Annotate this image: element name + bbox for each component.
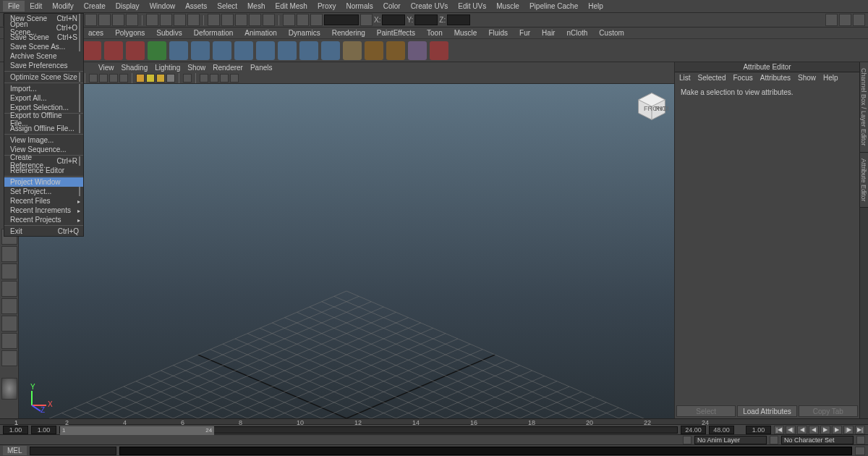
- shelf-tab-hair[interactable]: Hair: [536, 28, 561, 38]
- shelf-icon[interactable]: [386, 41, 405, 60]
- shelf-icon[interactable]: [408, 41, 427, 60]
- last-tool-icon[interactable]: [1, 378, 17, 400]
- vp-menu-show[interactable]: Show: [187, 64, 205, 72]
- menu-window[interactable]: Window: [145, 1, 181, 12]
- vp-menu-shading[interactable]: Shading: [122, 64, 148, 72]
- anim-layer-dropdown[interactable]: No Anim Layer: [694, 436, 767, 444]
- shelf-icon[interactable]: [169, 41, 188, 60]
- range-start-in[interactable]: [31, 426, 56, 434]
- tool-button[interactable]: [1, 333, 17, 349]
- menu-pipeline-cache[interactable]: Pipeline Cache: [524, 1, 583, 12]
- z-input[interactable]: [447, 14, 470, 25]
- range-handle[interactable]: 1 24: [60, 426, 214, 435]
- vp-icon[interactable]: [119, 74, 128, 83]
- tool-button[interactable]: [1, 298, 17, 314]
- range-track[interactable]: 1 24: [59, 426, 678, 434]
- shelf-tab-fur[interactable]: Fur: [514, 28, 536, 38]
- shelf-icon[interactable]: [321, 41, 340, 60]
- range-end-in[interactable]: [681, 426, 706, 434]
- vp-icon[interactable]: [183, 74, 192, 83]
- toolbar-icon[interactable]: [853, 14, 865, 26]
- option-box-icon[interactable]: [79, 42, 80, 51]
- menu-item-create-reference-[interactable]: Create Reference...Ctrl+R: [4, 156, 83, 166]
- menu-color[interactable]: Color: [378, 1, 406, 12]
- vp-menu-panels[interactable]: Panels: [250, 64, 273, 72]
- toolbar-icon[interactable]: [249, 14, 261, 26]
- toolbar-icon[interactable]: [85, 14, 97, 26]
- attr-menu-help[interactable]: Help: [823, 74, 838, 82]
- shelf-icon[interactable]: [126, 41, 145, 60]
- vp-icon[interactable]: [166, 74, 175, 83]
- option-box-icon[interactable]: [79, 103, 80, 112]
- toolbar-icon[interactable]: [98, 14, 111, 26]
- load-attributes-button[interactable]: Load Attributes: [737, 405, 796, 417]
- shelf-tab-toon[interactable]: Toon: [421, 28, 448, 38]
- tab-attribute-editor[interactable]: Attribute Editor: [860, 153, 868, 208]
- shelf-tab-fluids[interactable]: Fluids: [482, 28, 514, 38]
- menu-display[interactable]: Display: [111, 1, 145, 12]
- vp-icon[interactable]: [136, 74, 145, 83]
- shelf-icon[interactable]: [256, 41, 275, 60]
- time-ruler[interactable]: 1124681012141618202224: [0, 418, 868, 424]
- menu-normals[interactable]: Normals: [341, 1, 378, 12]
- menu-item-save-scene-as-[interactable]: Save Scene As...: [4, 42, 83, 51]
- toolbar-icon[interactable]: [839, 14, 851, 26]
- tool-button[interactable]: [1, 246, 17, 262]
- character-set-dropdown[interactable]: No Character Set: [781, 436, 854, 444]
- shelf-icon[interactable]: [299, 41, 318, 60]
- menu-item-exit[interactable]: ExitCtrl+Q: [4, 227, 83, 236]
- option-box-icon[interactable]: [79, 93, 80, 103]
- shelf-tab-deformation[interactable]: Deformation: [188, 28, 239, 38]
- menu-help[interactable]: Help: [583, 1, 608, 12]
- menu-item-project-window[interactable]: Project Window: [4, 177, 83, 187]
- shelf-tab-polygons[interactable]: Polygons: [109, 28, 150, 38]
- select-button[interactable]: Select: [676, 405, 736, 417]
- shelf-icon[interactable]: [343, 41, 362, 60]
- menu-item-recent-projects[interactable]: Recent Projects▸: [4, 215, 83, 224]
- attr-menu-selected[interactable]: Selected: [698, 74, 726, 82]
- shelf-icon[interactable]: [213, 41, 231, 60]
- toolbar-icon[interactable]: [146, 14, 158, 26]
- cmd-lang-label[interactable]: MEL: [3, 446, 27, 455]
- toolbar-icon[interactable]: [235, 14, 247, 26]
- menu-item-save-preferences[interactable]: Save Preferences: [4, 61, 83, 70]
- option-box-icon[interactable]: [79, 156, 80, 166]
- attr-menu-list[interactable]: List: [679, 74, 691, 82]
- shelf-tab-painteffects[interactable]: PaintEffects: [371, 28, 421, 38]
- vp-icon[interactable]: [109, 74, 118, 83]
- menu-edit[interactable]: Edit: [25, 1, 47, 12]
- name-field[interactable]: [324, 14, 359, 25]
- menu-item-import-[interactable]: Import...: [4, 84, 83, 93]
- range-start[interactable]: [3, 426, 28, 434]
- toolbar-icon[interactable]: [360, 14, 373, 26]
- option-box-icon[interactable]: [79, 124, 80, 133]
- tool-button[interactable]: [1, 281, 17, 297]
- vp-menu-renderer[interactable]: Renderer: [213, 64, 243, 72]
- menu-item-optimize-scene-size[interactable]: Optimize Scene Size: [4, 72, 83, 82]
- copy-tab-button[interactable]: Copy Tab: [799, 405, 858, 417]
- menu-select[interactable]: Select: [212, 1, 242, 12]
- menu-modify[interactable]: Modify: [47, 1, 78, 12]
- tool-button[interactable]: [1, 316, 17, 332]
- vp-icon[interactable]: [200, 74, 208, 83]
- menu-item-export-to-offline-file-[interactable]: Export to Offline File...: [4, 114, 83, 124]
- vp-menu-view[interactable]: View: [98, 64, 114, 72]
- attr-menu-attributes[interactable]: Attributes: [760, 74, 791, 82]
- step-back-button[interactable]: ◀: [797, 426, 807, 434]
- vp-icon[interactable]: [89, 74, 98, 83]
- menu-file[interactable]: File: [3, 1, 25, 12]
- step-fwd-button[interactable]: ▶: [832, 426, 842, 434]
- menu-item-view-image-[interactable]: View Image...: [4, 135, 83, 145]
- tab-channel-box[interactable]: Channel Box / Layer Editor: [860, 62, 868, 153]
- vp-icon[interactable]: [156, 74, 165, 83]
- menu-item-set-project-[interactable]: Set Project...: [4, 187, 83, 196]
- vp-icon[interactable]: [230, 74, 239, 83]
- menu-proxy[interactable]: Proxy: [312, 1, 341, 12]
- vp-icon[interactable]: [210, 74, 218, 83]
- toolbar-icon[interactable]: [112, 14, 124, 26]
- shelf-tab-subdivs[interactable]: Subdivs: [150, 28, 188, 38]
- toolbar-icon[interactable]: [187, 14, 200, 26]
- menu-edit-uvs[interactable]: Edit UVs: [453, 1, 491, 12]
- vp-icon[interactable]: [220, 74, 229, 83]
- char-icon[interactable]: [770, 436, 778, 444]
